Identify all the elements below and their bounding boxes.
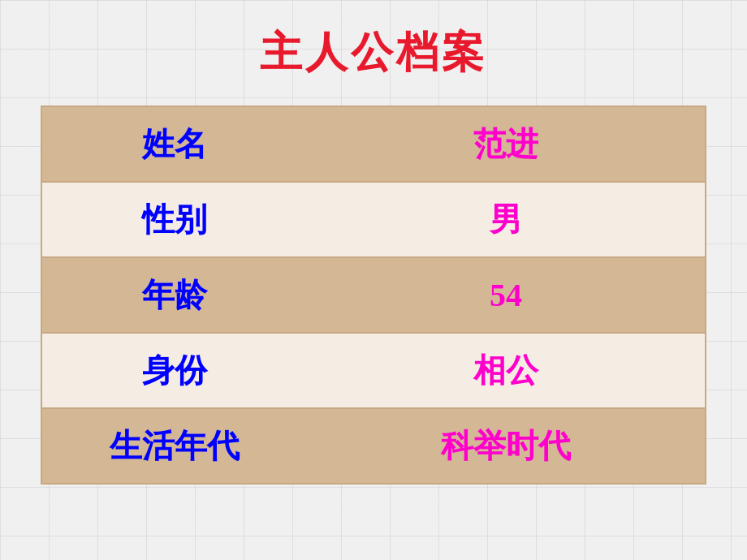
label-cell: 生活年代: [41, 408, 307, 484]
value-cell: 54: [307, 257, 706, 333]
table-row: 性别男: [41, 182, 706, 257]
value-cell: 相公: [307, 333, 706, 408]
table-row: 年龄54: [41, 257, 706, 333]
table-row: 身份相公: [41, 333, 706, 408]
value-cell: 范进: [307, 106, 706, 182]
label-cell: 姓名: [41, 106, 307, 182]
table-row: 生活年代科举时代: [41, 408, 706, 484]
label-cell: 身份: [41, 333, 307, 408]
label-cell: 年龄: [41, 257, 307, 333]
profile-table: 姓名范进性别男年龄54身份相公生活年代科举时代: [41, 106, 706, 485]
value-cell: 男: [307, 182, 706, 257]
label-cell: 性别: [41, 182, 307, 257]
value-cell: 科举时代: [307, 408, 706, 484]
page-title: 主人公档案: [260, 24, 487, 81]
table-row: 姓名范进: [41, 106, 706, 182]
